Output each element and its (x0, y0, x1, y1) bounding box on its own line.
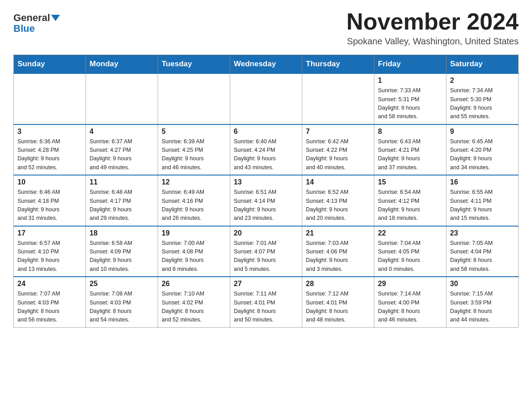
day-number: 13 (234, 178, 298, 186)
calendar-cell-w5d6: 29Sunrise: 7:14 AMSunset: 4:00 PMDayligh… (374, 277, 446, 327)
day-info: Sunrise: 6:42 AMSunset: 4:22 PMDaylight:… (306, 137, 370, 172)
calendar-cell-w2d5: 7Sunrise: 6:42 AMSunset: 4:22 PMDaylight… (302, 124, 374, 176)
calendar-cell-w5d2: 25Sunrise: 7:08 AMSunset: 4:03 PMDayligh… (86, 277, 158, 327)
col-header-thursday: Thursday (302, 55, 374, 74)
day-number: 10 (17, 178, 82, 186)
calendar-cell-w4d5: 21Sunrise: 7:03 AMSunset: 4:06 PMDayligh… (302, 226, 374, 277)
day-number: 2 (450, 77, 515, 85)
day-info: Sunrise: 6:49 AMSunset: 4:16 PMDaylight:… (162, 188, 226, 223)
day-info: Sunrise: 7:14 AMSunset: 4:00 PMDaylight:… (378, 290, 442, 325)
logo-text-blue: Blue (13, 23, 35, 34)
calendar-week-5: 24Sunrise: 7:07 AMSunset: 4:03 PMDayligh… (14, 277, 519, 327)
day-info: Sunrise: 7:08 AMSunset: 4:03 PMDaylight:… (90, 290, 154, 325)
day-info: Sunrise: 6:57 AMSunset: 4:10 PMDaylight:… (17, 239, 82, 274)
day-info: Sunrise: 6:39 AMSunset: 4:25 PMDaylight:… (162, 137, 226, 172)
day-number: 6 (234, 128, 298, 136)
logo-triangle-icon (51, 15, 60, 21)
day-info: Sunrise: 7:00 AMSunset: 4:08 PMDaylight:… (162, 239, 226, 274)
day-info: Sunrise: 7:07 AMSunset: 4:03 PMDaylight:… (17, 290, 82, 325)
day-info: Sunrise: 7:04 AMSunset: 4:05 PMDaylight:… (378, 239, 442, 274)
calendar-cell-w1d5 (302, 73, 374, 124)
calendar-cell-w3d6: 15Sunrise: 6:54 AMSunset: 4:12 PMDayligh… (374, 175, 446, 226)
calendar-week-3: 10Sunrise: 6:46 AMSunset: 4:18 PMDayligh… (14, 175, 519, 226)
day-number: 12 (162, 178, 226, 186)
day-number: 28 (306, 280, 370, 288)
day-info: Sunrise: 6:40 AMSunset: 4:24 PMDaylight:… (234, 137, 298, 172)
day-info: Sunrise: 7:03 AMSunset: 4:06 PMDaylight:… (306, 239, 370, 274)
calendar-cell-w4d3: 19Sunrise: 7:00 AMSunset: 4:08 PMDayligh… (158, 226, 230, 277)
calendar-cell-w1d7: 2Sunrise: 7:34 AMSunset: 5:30 PMDaylight… (446, 73, 519, 124)
calendar-cell-w3d2: 11Sunrise: 6:48 AMSunset: 4:17 PMDayligh… (86, 175, 158, 226)
day-number: 8 (378, 128, 442, 136)
day-info: Sunrise: 7:15 AMSunset: 3:59 PMDaylight:… (450, 290, 515, 325)
day-info: Sunrise: 6:43 AMSunset: 4:21 PMDaylight:… (378, 137, 442, 172)
calendar-cell-w2d1: 3Sunrise: 6:36 AMSunset: 4:28 PMDaylight… (14, 124, 86, 176)
calendar-header-row: Sunday Monday Tuesday Wednesday Thursday… (14, 55, 519, 74)
calendar-cell-w3d5: 14Sunrise: 6:52 AMSunset: 4:13 PMDayligh… (302, 175, 374, 226)
calendar-cell-w2d7: 9Sunrise: 6:45 AMSunset: 4:20 PMDaylight… (446, 124, 519, 176)
day-number: 5 (162, 128, 226, 136)
day-info: Sunrise: 7:10 AMSunset: 4:02 PMDaylight:… (162, 290, 226, 325)
day-info: Sunrise: 7:34 AMSunset: 5:30 PMDaylight:… (450, 86, 515, 121)
day-number: 20 (234, 229, 298, 237)
title-area: November 2024 Spokane Valley, Washington… (347, 9, 519, 47)
day-number: 18 (90, 229, 154, 237)
calendar-cell-w5d3: 26Sunrise: 7:10 AMSunset: 4:02 PMDayligh… (158, 277, 230, 327)
day-number: 21 (306, 229, 370, 237)
calendar-cell-w2d6: 8Sunrise: 6:43 AMSunset: 4:21 PMDaylight… (374, 124, 446, 176)
calendar-title: November 2024 (347, 9, 519, 34)
col-header-friday: Friday (374, 55, 446, 74)
calendar-cell-w1d2 (86, 73, 158, 124)
day-number: 19 (162, 229, 226, 237)
day-number: 23 (450, 229, 515, 237)
calendar-cell-w4d2: 18Sunrise: 6:58 AMSunset: 4:09 PMDayligh… (86, 226, 158, 277)
calendar-week-2: 3Sunrise: 6:36 AMSunset: 4:28 PMDaylight… (14, 124, 519, 176)
day-info: Sunrise: 7:11 AMSunset: 4:01 PMDaylight:… (234, 290, 298, 325)
col-header-sunday: Sunday (14, 55, 86, 74)
calendar-cell-w3d1: 10Sunrise: 6:46 AMSunset: 4:18 PMDayligh… (14, 175, 86, 226)
day-number: 26 (162, 280, 226, 288)
calendar-cell-w4d1: 17Sunrise: 6:57 AMSunset: 4:10 PMDayligh… (14, 226, 86, 277)
col-header-tuesday: Tuesday (158, 55, 230, 74)
day-number: 17 (17, 229, 82, 237)
calendar-cell-w5d7: 30Sunrise: 7:15 AMSunset: 3:59 PMDayligh… (446, 277, 519, 327)
day-number: 24 (17, 280, 82, 288)
day-info: Sunrise: 6:48 AMSunset: 4:17 PMDaylight:… (90, 188, 154, 223)
col-header-wednesday: Wednesday (230, 55, 302, 74)
day-info: Sunrise: 6:46 AMSunset: 4:18 PMDaylight:… (17, 188, 82, 223)
day-info: Sunrise: 6:45 AMSunset: 4:20 PMDaylight:… (450, 137, 515, 172)
calendar-cell-w3d4: 13Sunrise: 6:51 AMSunset: 4:14 PMDayligh… (230, 175, 302, 226)
day-info: Sunrise: 6:52 AMSunset: 4:13 PMDaylight:… (306, 188, 370, 223)
calendar-table: Sunday Monday Tuesday Wednesday Thursday… (13, 55, 519, 328)
day-number: 25 (90, 280, 154, 288)
day-info: Sunrise: 7:05 AMSunset: 4:04 PMDaylight:… (450, 239, 515, 274)
day-number: 22 (378, 229, 442, 237)
day-number: 4 (90, 128, 154, 136)
calendar-cell-w4d7: 23Sunrise: 7:05 AMSunset: 4:04 PMDayligh… (446, 226, 519, 277)
calendar-cell-w3d3: 12Sunrise: 6:49 AMSunset: 4:16 PMDayligh… (158, 175, 230, 226)
day-number: 30 (450, 280, 515, 288)
day-info: Sunrise: 6:36 AMSunset: 4:28 PMDaylight:… (17, 137, 82, 172)
calendar-cell-w4d4: 20Sunrise: 7:01 AMSunset: 4:07 PMDayligh… (230, 226, 302, 277)
day-number: 7 (306, 128, 370, 136)
day-info: Sunrise: 7:33 AMSunset: 5:31 PMDaylight:… (378, 86, 442, 121)
day-number: 15 (378, 178, 442, 186)
day-number: 9 (450, 128, 515, 136)
day-info: Sunrise: 7:01 AMSunset: 4:07 PMDaylight:… (234, 239, 298, 274)
day-info: Sunrise: 6:58 AMSunset: 4:09 PMDaylight:… (90, 239, 154, 274)
calendar-cell-w2d3: 5Sunrise: 6:39 AMSunset: 4:25 PMDaylight… (158, 124, 230, 176)
calendar-cell-w5d1: 24Sunrise: 7:07 AMSunset: 4:03 PMDayligh… (14, 277, 86, 327)
day-info: Sunrise: 7:12 AMSunset: 4:01 PMDaylight:… (306, 290, 370, 325)
day-number: 27 (234, 280, 298, 288)
calendar-cell-w1d1 (14, 73, 86, 124)
day-info: Sunrise: 6:37 AMSunset: 4:27 PMDaylight:… (90, 137, 154, 172)
calendar-subtitle: Spokane Valley, Washington, United State… (347, 36, 519, 47)
day-info: Sunrise: 6:51 AMSunset: 4:14 PMDaylight:… (234, 188, 298, 223)
calendar-week-1: 1Sunrise: 7:33 AMSunset: 5:31 PMDaylight… (14, 73, 519, 124)
col-header-saturday: Saturday (446, 55, 519, 74)
day-number: 14 (306, 178, 370, 186)
calendar-cell-w3d7: 16Sunrise: 6:55 AMSunset: 4:11 PMDayligh… (446, 175, 519, 226)
calendar-cell-w5d5: 28Sunrise: 7:12 AMSunset: 4:01 PMDayligh… (302, 277, 374, 327)
calendar-cell-w5d4: 27Sunrise: 7:11 AMSunset: 4:01 PMDayligh… (230, 277, 302, 327)
day-info: Sunrise: 6:55 AMSunset: 4:11 PMDaylight:… (450, 188, 515, 223)
